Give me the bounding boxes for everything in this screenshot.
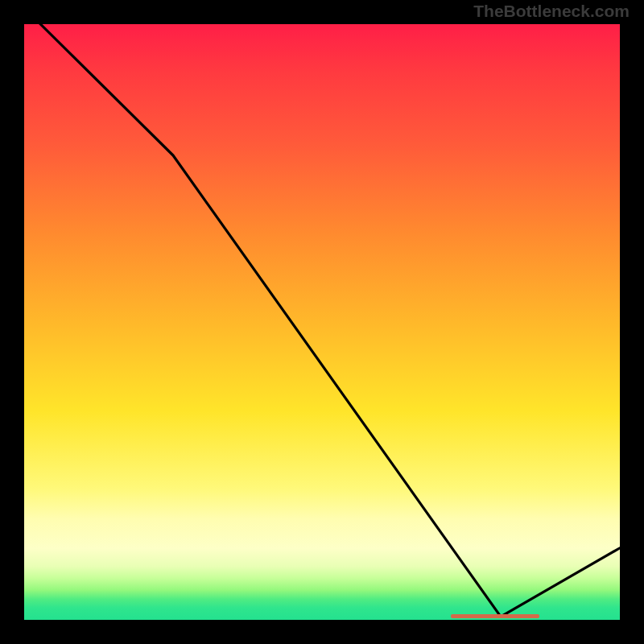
chart-svg — [24, 24, 620, 620]
chart-container: TheBottleneck.com — [0, 0, 644, 644]
series-curve — [24, 24, 620, 617]
marker-strip — [451, 614, 539, 618]
attribution-text: TheBottleneck.com — [473, 2, 630, 21]
plot-area — [24, 24, 620, 620]
